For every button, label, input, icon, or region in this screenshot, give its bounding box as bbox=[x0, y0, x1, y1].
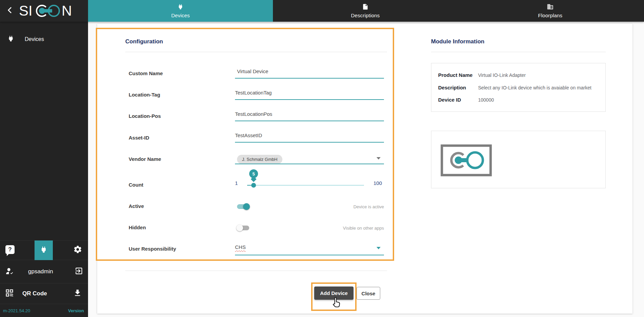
top-bar: SI N Devices Descriptions Floor bbox=[0, 0, 644, 22]
module-image-card bbox=[431, 131, 606, 188]
user-responsibility-dropdown-arrow-icon[interactable] bbox=[377, 247, 381, 249]
asset-id-underline bbox=[235, 142, 384, 143]
count-max-label: 100 bbox=[373, 180, 382, 186]
user-responsibility-label: User Responsibility bbox=[129, 246, 176, 252]
count-slider-track[interactable] bbox=[247, 185, 364, 186]
help-icon[interactable]: ? bbox=[5, 245, 15, 254]
qr-code-label: QR Code bbox=[22, 290, 73, 297]
device-id-value: 100000 bbox=[478, 97, 494, 103]
custom-name-underline bbox=[235, 78, 384, 79]
chevron-left-icon bbox=[5, 6, 14, 16]
logo-right-letter: N bbox=[62, 3, 72, 19]
count-min-label: 1 bbox=[235, 180, 238, 186]
download-icon[interactable] bbox=[73, 289, 82, 299]
active-hint: Device is active bbox=[303, 204, 384, 209]
user-responsibility-underline bbox=[235, 255, 384, 255]
back-button[interactable] bbox=[3, 4, 16, 17]
logout-icon[interactable] bbox=[74, 267, 83, 277]
app-logo: SI N bbox=[19, 2, 75, 21]
custom-name-label: Custom Name bbox=[129, 70, 163, 76]
document-icon bbox=[362, 3, 369, 12]
vendor-chip[interactable]: J. Schmalz GmbH bbox=[237, 155, 282, 164]
tab-floorplans[interactable]: Floorplans bbox=[458, 0, 643, 22]
logo-left-letters: SI bbox=[19, 3, 33, 19]
asset-id-label: Asset-ID bbox=[129, 135, 149, 141]
add-device-button[interactable]: Add Device bbox=[314, 287, 353, 300]
sidebar-item-devices[interactable]: Devices bbox=[0, 30, 88, 48]
tab-devices-label: Devices bbox=[171, 13, 190, 18]
sidebar-qr-row[interactable]: QR Code bbox=[0, 283, 88, 304]
custom-name-input[interactable]: Virtual Device bbox=[237, 68, 268, 74]
vendor-dropdown-arrow-icon[interactable] bbox=[377, 157, 381, 160]
username-label: gpsadmin bbox=[28, 268, 74, 275]
location-pos-input[interactable]: TestLocationPos bbox=[235, 111, 272, 117]
building-icon bbox=[547, 3, 554, 12]
active-toggle[interactable] bbox=[236, 203, 250, 210]
plug-icon bbox=[177, 3, 184, 12]
product-name-value: Virtual IO-Link Adapter bbox=[478, 72, 526, 78]
hidden-toggle-knob bbox=[236, 225, 243, 231]
count-value-balloon: 5 bbox=[249, 169, 258, 178]
hidden-hint: Visible on other apps bbox=[303, 226, 384, 231]
app-window: SI N Devices Descriptions Floor bbox=[0, 0, 644, 317]
hidden-label: Hidden bbox=[129, 225, 146, 230]
user-check-icon bbox=[5, 267, 15, 277]
product-name-label: Product Name bbox=[438, 72, 473, 78]
description-value: Select any IO-Link device which is avaia… bbox=[478, 85, 603, 90]
device-id-label: Device ID bbox=[438, 97, 461, 103]
tab-descriptions[interactable]: Descriptions bbox=[273, 0, 458, 22]
plug-icon bbox=[7, 35, 15, 44]
vendor-name-label: Vendor Name bbox=[129, 156, 161, 162]
close-button[interactable]: Close bbox=[357, 287, 380, 300]
vendor-underline bbox=[235, 164, 384, 164]
asset-id-input[interactable]: TestAssetID bbox=[235, 132, 262, 138]
count-label: Count bbox=[129, 182, 143, 188]
tab-descriptions-label: Descriptions bbox=[351, 13, 380, 18]
version-value: m-2021.54.20 bbox=[3, 308, 68, 313]
version-label: Version bbox=[68, 308, 84, 313]
location-tag-label: Location-Tag bbox=[129, 92, 160, 98]
module-logo-image bbox=[441, 144, 492, 178]
devices-module-button[interactable] bbox=[35, 240, 53, 260]
location-pos-label: Location-Pos bbox=[129, 113, 161, 119]
active-label: Active bbox=[129, 203, 144, 209]
divider bbox=[125, 52, 387, 52]
divider bbox=[431, 52, 606, 52]
plug-icon bbox=[40, 246, 48, 255]
sidebar-item-label: Devices bbox=[25, 36, 44, 42]
location-pos-underline bbox=[235, 121, 384, 121]
qr-code-icon bbox=[5, 288, 14, 299]
sidebar-user-row: gpsadmin bbox=[0, 260, 88, 283]
divider bbox=[125, 271, 387, 271]
location-tag-input[interactable]: TestLocationTag bbox=[235, 90, 272, 96]
settings-gear-icon[interactable] bbox=[73, 245, 82, 255]
sidebar-version-row: m-2021.54.20 Version bbox=[0, 304, 88, 317]
tab-floorplans-label: Floorplans bbox=[538, 13, 562, 18]
module-info-card: Product Name Virtual IO-Link Adapter Des… bbox=[431, 63, 606, 112]
tab-devices[interactable]: Devices bbox=[88, 0, 273, 22]
hidden-toggle[interactable] bbox=[236, 225, 250, 231]
help-icon-tail bbox=[7, 253, 9, 256]
count-slider-thumb[interactable] bbox=[251, 183, 256, 188]
module-information-title: Module Information bbox=[431, 38, 485, 45]
description-label: Description bbox=[438, 85, 466, 90]
configuration-title: Configuration bbox=[125, 38, 163, 45]
user-responsibility-select[interactable]: CHS bbox=[235, 244, 246, 250]
active-toggle-knob bbox=[243, 203, 250, 210]
location-tag-underline bbox=[235, 99, 384, 100]
